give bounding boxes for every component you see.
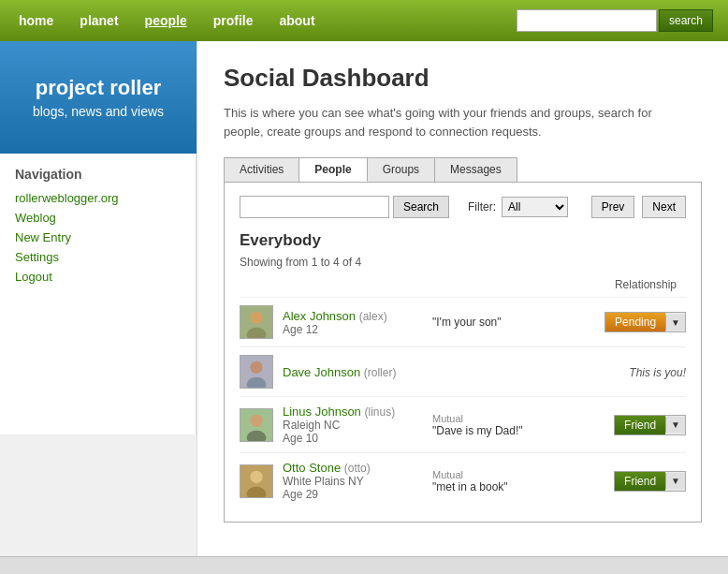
table-row: Dave Johnson (roller) This is you! bbox=[240, 346, 686, 396]
tab-groups[interactable]: Groups bbox=[368, 158, 435, 182]
friend-arrow-icon[interactable]: ▼ bbox=[665, 473, 685, 489]
logo-title: project roller bbox=[9, 76, 187, 100]
filter-select[interactable]: All Friends Pending bbox=[502, 197, 568, 217]
person-details: Raleigh NCAge 10 bbox=[283, 419, 414, 445]
person-action: Friend ▼ bbox=[592, 415, 686, 435]
sidebar: project roller blogs, news and views Nav… bbox=[0, 41, 197, 556]
friend-label: Friend bbox=[615, 416, 665, 434]
person-username: (roller) bbox=[364, 366, 397, 379]
person-action: This is you! bbox=[592, 365, 686, 379]
table-row: Otto Stone (otto) White Plains NYAge 29 … bbox=[240, 452, 686, 508]
sidebar-link-rollerweblogger[interactable]: rollerweblogger.org bbox=[15, 191, 181, 205]
person-mutual: Mutual bbox=[432, 413, 574, 424]
top-search-area: search bbox=[517, 9, 713, 32]
nav-planet[interactable]: planet bbox=[76, 11, 122, 30]
person-name: Linus Johnson (linus) bbox=[283, 405, 414, 419]
avatar bbox=[240, 408, 273, 442]
table-row: Linus Johnson (linus) Raleigh NCAge 10 M… bbox=[240, 396, 686, 452]
main-content: Social Dashboard This is where you can s… bbox=[197, 41, 728, 556]
pending-button[interactable]: Pending ▼ bbox=[604, 312, 686, 332]
showing-text: Showing from 1 to 4 of 4 bbox=[240, 256, 686, 269]
pending-label: Pending bbox=[605, 313, 665, 331]
nav-about[interactable]: about bbox=[275, 11, 318, 30]
sidebar-nav: Navigation rollerweblogger.org Weblog Ne… bbox=[0, 154, 197, 434]
sidebar-link-logout[interactable]: Logout bbox=[15, 270, 181, 284]
page-title: Social Dashboard bbox=[224, 64, 702, 93]
top-search-input[interactable] bbox=[517, 9, 657, 32]
person-name: Alex Johnson (alex) bbox=[283, 309, 414, 323]
person-info: Alex Johnson (alex) Age 12 bbox=[283, 309, 414, 336]
filter-area: Filter: All Friends Pending bbox=[468, 197, 568, 217]
person-info: Linus Johnson (linus) Raleigh NCAge 10 bbox=[283, 405, 414, 445]
tab-messages[interactable]: Messages bbox=[435, 158, 517, 182]
people-search-button[interactable]: Search bbox=[393, 196, 449, 218]
person-mutual: Mutual bbox=[432, 469, 574, 480]
person-username: (linus) bbox=[364, 405, 395, 419]
this-is-you-label: This is you! bbox=[629, 366, 686, 379]
nav-profile[interactable]: profile bbox=[210, 11, 257, 30]
sidebar-nav-title: Navigation bbox=[15, 167, 181, 182]
friend-label: Friend bbox=[615, 472, 665, 491]
person-name: Dave Johnson (roller) bbox=[283, 365, 414, 379]
person-details: Age 12 bbox=[283, 323, 414, 336]
person-username: (otto) bbox=[344, 462, 371, 475]
avatar bbox=[240, 355, 273, 389]
person-quote: "Dave is my Dad!" bbox=[432, 424, 523, 437]
logo-box: project roller blogs, news and views bbox=[0, 41, 197, 154]
person-note: Mutual "met in a book" bbox=[414, 469, 592, 493]
sidebar-link-weblog[interactable]: Weblog bbox=[15, 211, 181, 225]
top-search-button[interactable]: search bbox=[659, 9, 713, 32]
svg-point-1 bbox=[250, 312, 262, 324]
filter-label: Filter: bbox=[468, 200, 496, 213]
person-details: White Plains NYAge 29 bbox=[283, 475, 414, 501]
pending-arrow-icon[interactable]: ▼ bbox=[665, 315, 685, 331]
friend-arrow-icon[interactable]: ▼ bbox=[665, 417, 685, 433]
search-filter-row: Search Filter: All Friends Pending Prev … bbox=[240, 196, 686, 218]
top-navigation: home planet people profile about search bbox=[0, 0, 728, 41]
person-name-link[interactable]: Otto Stone bbox=[283, 461, 341, 475]
sidebar-link-new-entry[interactable]: New Entry bbox=[15, 230, 181, 244]
tab-people[interactable]: People bbox=[299, 158, 367, 182]
svg-point-10 bbox=[250, 470, 262, 482]
person-info: Otto Stone (otto) White Plains NYAge 29 bbox=[283, 461, 414, 501]
person-quote: "I'm your son" bbox=[432, 316, 502, 329]
person-action: Friend ▼ bbox=[592, 471, 686, 492]
people-panel: Search Filter: All Friends Pending Prev … bbox=[224, 182, 702, 522]
nav-people[interactable]: people bbox=[141, 11, 191, 30]
avatar bbox=[240, 464, 273, 498]
friend-button[interactable]: Friend ▼ bbox=[614, 471, 686, 492]
person-quote: "met in a book" bbox=[432, 480, 508, 493]
person-name: Otto Stone (otto) bbox=[283, 461, 414, 475]
pagination-buttons: Prev Next bbox=[588, 196, 686, 218]
svg-point-7 bbox=[250, 414, 262, 426]
table-row: Alex Johnson (alex) Age 12 "I'm your son… bbox=[240, 297, 686, 346]
people-search-input[interactable] bbox=[240, 196, 389, 218]
prev-button[interactable]: Prev bbox=[591, 196, 635, 218]
sidebar-link-settings[interactable]: Settings bbox=[15, 250, 181, 264]
person-note: Mutual "Dave is my Dad!" bbox=[414, 413, 592, 437]
tab-bar: Activities People Groups Messages bbox=[224, 157, 517, 182]
footer bbox=[0, 556, 728, 574]
next-button[interactable]: Next bbox=[642, 196, 686, 218]
tab-activities[interactable]: Activities bbox=[225, 158, 299, 182]
avatar bbox=[240, 305, 273, 339]
person-name-link[interactable]: Dave Johnson bbox=[283, 365, 360, 379]
page-intro: This is where you can see what's going w… bbox=[224, 104, 682, 140]
svg-point-4 bbox=[250, 361, 262, 374]
person-action: Pending ▼ bbox=[592, 312, 686, 332]
person-name-link[interactable]: Alex Johnson bbox=[283, 309, 356, 323]
everybody-title: Everybody bbox=[240, 231, 686, 250]
person-username: (alex) bbox=[359, 310, 387, 323]
nav-home[interactable]: home bbox=[15, 11, 57, 30]
logo-subtitle: blogs, news and views bbox=[9, 104, 187, 119]
person-note: "I'm your son" bbox=[414, 316, 592, 329]
relationship-header: Relationship bbox=[240, 278, 686, 291]
friend-button[interactable]: Friend ▼ bbox=[614, 415, 686, 435]
person-info: Dave Johnson (roller) bbox=[283, 365, 414, 379]
person-name-link[interactable]: Linus Johnson bbox=[283, 405, 361, 419]
